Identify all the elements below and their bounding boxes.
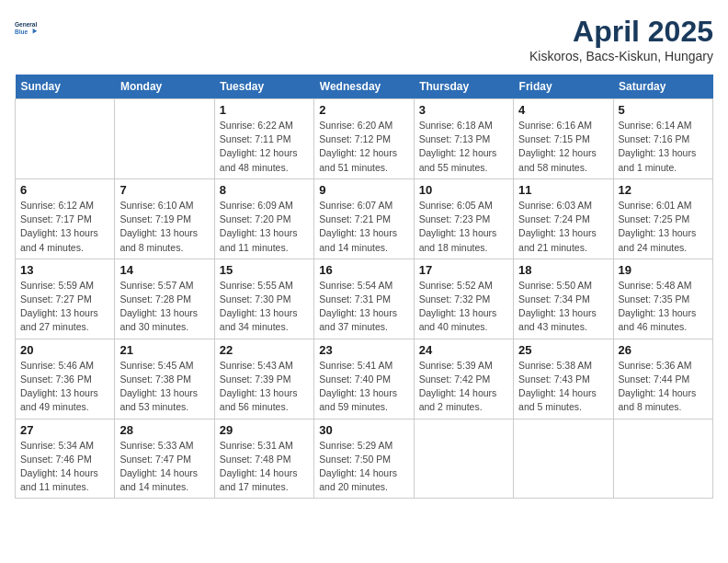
day-info: Sunrise: 5:38 AM Sunset: 7:43 PM Dayligh… bbox=[518, 359, 608, 415]
week-row-4: 20Sunrise: 5:46 AM Sunset: 7:36 PM Dayli… bbox=[16, 339, 713, 419]
title-block: April 2025 Kiskoros, Bacs-Kiskun, Hungar… bbox=[529, 15, 713, 63]
cell-w2-d0: 6Sunrise: 6:12 AM Sunset: 7:17 PM Daylig… bbox=[16, 178, 115, 259]
day-info: Sunrise: 5:36 AM Sunset: 7:44 PM Dayligh… bbox=[619, 359, 708, 415]
cell-w4-d1: 21Sunrise: 5:45 AM Sunset: 7:38 PM Dayli… bbox=[115, 339, 214, 419]
day-info: Sunrise: 6:10 AM Sunset: 7:19 PM Dayligh… bbox=[119, 199, 209, 255]
day-info: Sunrise: 6:12 AM Sunset: 7:17 PM Dayligh… bbox=[20, 199, 109, 255]
day-number: 12 bbox=[619, 183, 708, 197]
day-info: Sunrise: 5:52 AM Sunset: 7:32 PM Dayligh… bbox=[419, 279, 508, 335]
day-info: Sunrise: 5:55 AM Sunset: 7:30 PM Dayligh… bbox=[220, 279, 309, 335]
day-info: Sunrise: 5:54 AM Sunset: 7:31 PM Dayligh… bbox=[319, 279, 408, 335]
day-number: 25 bbox=[518, 343, 608, 357]
cell-w4-d0: 20Sunrise: 5:46 AM Sunset: 7:36 PM Dayli… bbox=[16, 339, 115, 419]
day-info: Sunrise: 5:33 AM Sunset: 7:47 PM Dayligh… bbox=[119, 439, 209, 495]
day-number: 5 bbox=[619, 103, 708, 117]
day-number: 26 bbox=[619, 343, 708, 357]
cell-w5-d2: 29Sunrise: 5:31 AM Sunset: 7:48 PM Dayli… bbox=[214, 419, 313, 499]
day-number: 18 bbox=[518, 263, 608, 277]
day-number: 19 bbox=[619, 263, 708, 277]
day-number: 3 bbox=[419, 103, 508, 117]
cell-w1-d4: 3Sunrise: 6:18 AM Sunset: 7:13 PM Daylig… bbox=[414, 99, 513, 179]
day-number: 17 bbox=[419, 263, 508, 277]
header-friday: Friday bbox=[514, 75, 613, 99]
day-info: Sunrise: 6:09 AM Sunset: 7:20 PM Dayligh… bbox=[220, 199, 309, 255]
header-row: SundayMondayTuesdayWednesdayThursdayFrid… bbox=[16, 75, 713, 99]
day-info: Sunrise: 6:03 AM Sunset: 7:24 PM Dayligh… bbox=[518, 199, 608, 255]
calendar-subtitle: Kiskoros, Bacs-Kiskun, Hungary bbox=[529, 49, 713, 63]
cell-w4-d2: 22Sunrise: 5:43 AM Sunset: 7:39 PM Dayli… bbox=[214, 339, 313, 419]
day-number: 13 bbox=[20, 263, 109, 277]
day-number: 28 bbox=[119, 423, 209, 437]
cell-w2-d1: 7Sunrise: 6:10 AM Sunset: 7:19 PM Daylig… bbox=[115, 178, 214, 259]
calendar-table: SundayMondayTuesdayWednesdayThursdayFrid… bbox=[15, 75, 713, 499]
cell-w4-d4: 24Sunrise: 5:39 AM Sunset: 7:42 PM Dayli… bbox=[414, 339, 513, 419]
day-info: Sunrise: 5:43 AM Sunset: 7:39 PM Dayligh… bbox=[220, 359, 309, 415]
day-info: Sunrise: 6:01 AM Sunset: 7:25 PM Dayligh… bbox=[619, 199, 708, 255]
day-number: 20 bbox=[20, 343, 109, 357]
day-info: Sunrise: 5:59 AM Sunset: 7:27 PM Dayligh… bbox=[20, 279, 109, 335]
day-info: Sunrise: 6:16 AM Sunset: 7:15 PM Dayligh… bbox=[518, 119, 608, 175]
day-number: 30 bbox=[319, 423, 408, 437]
cell-w1-d6: 5Sunrise: 6:14 AM Sunset: 7:16 PM Daylig… bbox=[613, 99, 712, 179]
day-info: Sunrise: 5:39 AM Sunset: 7:42 PM Dayligh… bbox=[419, 359, 508, 415]
day-number: 7 bbox=[119, 183, 209, 197]
svg-marker-2 bbox=[33, 29, 38, 34]
logo-icon: GeneralBlue bbox=[15, 15, 40, 40]
cell-w5-d1: 28Sunrise: 5:33 AM Sunset: 7:47 PM Dayli… bbox=[115, 419, 214, 499]
day-number: 10 bbox=[419, 183, 508, 197]
calendar-title: April 2025 bbox=[529, 15, 713, 49]
day-info: Sunrise: 6:05 AM Sunset: 7:23 PM Dayligh… bbox=[419, 199, 508, 255]
svg-text:General: General bbox=[15, 21, 37, 28]
day-info: Sunrise: 5:34 AM Sunset: 7:46 PM Dayligh… bbox=[20, 439, 109, 495]
cell-w2-d6: 12Sunrise: 6:01 AM Sunset: 7:25 PM Dayli… bbox=[613, 178, 712, 259]
page-header: GeneralBlue April 2025 Kiskoros, Bacs-Ki… bbox=[15, 15, 713, 63]
day-number: 27 bbox=[20, 423, 109, 437]
cell-w2-d4: 10Sunrise: 6:05 AM Sunset: 7:23 PM Dayli… bbox=[414, 178, 513, 259]
header-thursday: Thursday bbox=[414, 75, 513, 99]
day-info: Sunrise: 5:45 AM Sunset: 7:38 PM Dayligh… bbox=[119, 359, 209, 415]
cell-w1-d0 bbox=[16, 99, 115, 179]
week-row-3: 13Sunrise: 5:59 AM Sunset: 7:27 PM Dayli… bbox=[16, 259, 713, 339]
cell-w3-d5: 18Sunrise: 5:50 AM Sunset: 7:34 PM Dayli… bbox=[514, 259, 613, 339]
cell-w1-d3: 2Sunrise: 6:20 AM Sunset: 7:12 PM Daylig… bbox=[314, 99, 414, 179]
cell-w4-d6: 26Sunrise: 5:36 AM Sunset: 7:44 PM Dayli… bbox=[613, 339, 712, 419]
week-row-1: 1Sunrise: 6:22 AM Sunset: 7:11 PM Daylig… bbox=[16, 99, 713, 179]
day-info: Sunrise: 5:48 AM Sunset: 7:35 PM Dayligh… bbox=[619, 279, 708, 335]
header-wednesday: Wednesday bbox=[314, 75, 414, 99]
cell-w3-d6: 19Sunrise: 5:48 AM Sunset: 7:35 PM Dayli… bbox=[613, 259, 712, 339]
cell-w3-d1: 14Sunrise: 5:57 AM Sunset: 7:28 PM Dayli… bbox=[115, 259, 214, 339]
cell-w3-d4: 17Sunrise: 5:52 AM Sunset: 7:32 PM Dayli… bbox=[414, 259, 513, 339]
day-number: 22 bbox=[220, 343, 309, 357]
cell-w2-d2: 8Sunrise: 6:09 AM Sunset: 7:20 PM Daylig… bbox=[214, 178, 313, 259]
day-number: 11 bbox=[518, 183, 608, 197]
header-tuesday: Tuesday bbox=[214, 75, 313, 99]
header-monday: Monday bbox=[115, 75, 214, 99]
day-info: Sunrise: 5:29 AM Sunset: 7:50 PM Dayligh… bbox=[319, 439, 408, 495]
day-number: 1 bbox=[220, 103, 309, 117]
svg-text:Blue: Blue bbox=[15, 29, 28, 35]
cell-w1-d5: 4Sunrise: 6:16 AM Sunset: 7:15 PM Daylig… bbox=[514, 99, 613, 179]
cell-w4-d5: 25Sunrise: 5:38 AM Sunset: 7:43 PM Dayli… bbox=[514, 339, 613, 419]
day-info: Sunrise: 6:18 AM Sunset: 7:13 PM Dayligh… bbox=[419, 119, 508, 175]
logo: GeneralBlue bbox=[15, 15, 44, 40]
day-info: Sunrise: 6:20 AM Sunset: 7:12 PM Dayligh… bbox=[319, 119, 408, 175]
cell-w5-d4 bbox=[414, 419, 513, 499]
day-number: 9 bbox=[319, 183, 408, 197]
cell-w5-d6 bbox=[613, 419, 712, 499]
day-number: 21 bbox=[119, 343, 209, 357]
day-number: 16 bbox=[319, 263, 408, 277]
cell-w5-d0: 27Sunrise: 5:34 AM Sunset: 7:46 PM Dayli… bbox=[16, 419, 115, 499]
day-number: 23 bbox=[319, 343, 408, 357]
day-info: Sunrise: 5:31 AM Sunset: 7:48 PM Dayligh… bbox=[220, 439, 309, 495]
header-sunday: Sunday bbox=[16, 75, 115, 99]
day-info: Sunrise: 5:46 AM Sunset: 7:36 PM Dayligh… bbox=[20, 359, 109, 415]
day-number: 24 bbox=[419, 343, 508, 357]
day-info: Sunrise: 6:22 AM Sunset: 7:11 PM Dayligh… bbox=[220, 119, 309, 175]
cell-w5-d5 bbox=[514, 419, 613, 499]
day-number: 6 bbox=[20, 183, 109, 197]
day-number: 8 bbox=[220, 183, 309, 197]
day-number: 4 bbox=[518, 103, 608, 117]
day-number: 2 bbox=[319, 103, 408, 117]
day-info: Sunrise: 5:41 AM Sunset: 7:40 PM Dayligh… bbox=[319, 359, 408, 415]
day-number: 15 bbox=[220, 263, 309, 277]
